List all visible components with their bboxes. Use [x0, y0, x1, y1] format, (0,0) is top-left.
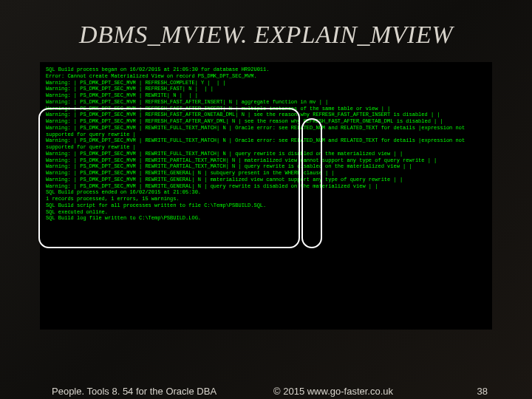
- terminal-line: SQL Build process ended on 16/02/2015 at…: [46, 189, 486, 196]
- terminal-line: Warning: | PS_DMK_DPT_SEC_MVM | REWRITE_…: [46, 163, 486, 170]
- terminal-line: Error: Cannot create Materialized View o…: [46, 73, 486, 80]
- terminal-line: Warning: | PS_DMK_DPT_SEC_MVM | REWRITE_…: [46, 183, 486, 190]
- terminal-line: Warning: | PS_DMK_DPT_SEC_MVM | REFRESH_…: [46, 86, 486, 92]
- terminal-line: Warning: | PS_DMK_DPT_SEC_MVM | REFRESH_…: [46, 112, 486, 118]
- terminal-line: Warning: | PS_DMK_DPT_SEC_MVM | REWRITE_…: [46, 151, 486, 157]
- footer-center: © 2015 www.go-faster.co.uk: [273, 386, 393, 397]
- slide-title: DBMS_MVIEW. EXPLAIN_MVIEW: [0, 0, 532, 58]
- terminal-line: Warning: | PS_DMK_DPT_SEC_MVM | REFRESH_…: [46, 118, 486, 125]
- terminal-line: SQL Build process began on 16/02/2015 at…: [46, 66, 486, 73]
- terminal-line: Warning: | PS_DMK_DPT_SEC_MVM | REWRITE_…: [46, 177, 486, 183]
- terminal-line: Warning: | PS_DMK_DPT_SEC_MVM | REFRESH_…: [46, 106, 486, 112]
- footer-right: 38: [477, 386, 488, 397]
- terminal-line: Warning: | PS_DMK_DPT_SEC_MVM | REFRESH_…: [46, 99, 486, 106]
- terminal-line: SQL Build script for all processes writt…: [46, 202, 486, 209]
- terminal-line: Warning: | PS_DMK_DPT_SEC_MVM | REWRITE_…: [46, 170, 486, 177]
- terminal-line: 1 records processed, 1 errors, 15 warnin…: [46, 196, 486, 202]
- terminal-line: SQL executed online.: [46, 209, 486, 216]
- terminal-line: Warning: | PS_DMK_DPT_SEC_MVM | REWRITE|…: [46, 92, 486, 99]
- footer-left: People. Tools 8. 54 for the Oracle DBA: [52, 386, 216, 397]
- terminal-line: SQL Build log file written to C:\Temp\PS…: [46, 215, 486, 222]
- terminal-line: Warning: | PS_DMK_DPT_SEC_MVM | REWRITE_…: [46, 137, 486, 151]
- terminal-output: SQL Build process began on 16/02/2015 at…: [40, 62, 492, 330]
- terminal-line: Warning: | PS_DMK_DPT_SEC_MVM | REWRITE_…: [46, 157, 486, 164]
- terminal-line: Warning: | PS_DMK_DPT_SEC_MVM | REWRITE_…: [46, 125, 486, 138]
- terminal-line: Warning: | PS_DMK_DPT_SEC_MVM | REFRESH_…: [46, 80, 486, 86]
